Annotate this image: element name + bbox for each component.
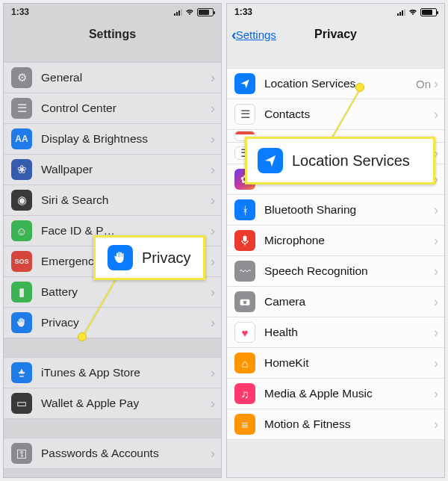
motion-icon: ≡	[234, 414, 255, 435]
row-health[interactable]: ♥Health›	[227, 317, 444, 348]
chevron-right-icon: ›	[434, 172, 444, 187]
svg-point-2	[243, 300, 247, 304]
row-location[interactable]: Location ServicesOn›	[227, 68, 444, 99]
privacy-list-1: Location ServicesOn›☰Contacts›	[227, 68, 444, 130]
settings-list-2: iTunes & App Store›▭Wallet & Apple Pay›	[4, 357, 221, 419]
row-contacts[interactable]: ☰Contacts›	[227, 99, 444, 130]
row-media[interactable]: ♫Media & Apple Music›	[227, 378, 444, 409]
row-label: Wallet & Apple Pay	[41, 397, 211, 410]
signal-icon	[397, 8, 405, 16]
row-general[interactable]: ⚙︎General›	[4, 62, 221, 93]
row-label: Health	[264, 326, 434, 339]
heart-icon: ♥	[234, 322, 255, 343]
row-control-center[interactable]: ☰Control Center›	[4, 93, 221, 124]
row-label: Privacy	[41, 316, 211, 329]
flower-icon: ❀	[11, 159, 32, 180]
highlight-dot	[355, 83, 364, 92]
row-display[interactable]: AADisplay & Brightness›	[4, 123, 221, 155]
chevron-right-icon: ›	[211, 193, 221, 208]
sos-icon: SOS	[11, 251, 32, 272]
row-label: Bluetooth Sharing	[264, 203, 434, 217]
chevron-right-icon: ›	[434, 146, 444, 161]
row-wallet[interactable]: ▭Wallet & Apple Pay›	[4, 388, 221, 419]
face-icon: ☺︎	[11, 220, 32, 241]
chevron-right-icon: ›	[434, 264, 444, 279]
status-bar: 1:33	[227, 4, 444, 20]
row-homekit[interactable]: ⌂HomeKit›	[227, 347, 444, 379]
hand-icon	[108, 245, 133, 270]
chevron-right-icon: ›	[211, 315, 221, 331]
row-label: Battery	[41, 285, 211, 299]
chevron-right-icon: ›	[434, 294, 444, 310]
chevron-right-icon: ›	[211, 446, 221, 462]
page-title: Privacy	[314, 28, 357, 41]
chevron-right-icon: ›	[211, 131, 221, 147]
row-label: General	[41, 71, 211, 84]
status-bar: 1:33	[4, 4, 221, 20]
chevron-right-icon: ›	[434, 107, 444, 122]
row-microphone[interactable]: Microphone›	[227, 225, 444, 256]
highlight-dot	[78, 332, 87, 341]
speech-icon: 〰	[234, 261, 255, 282]
mic-icon	[234, 230, 255, 251]
row-label: HomeKit	[264, 356, 434, 370]
chevron-right-icon: ›	[434, 202, 444, 218]
back-label: Settings	[236, 28, 276, 41]
battery-icon	[197, 8, 214, 16]
nav-header: Settings	[4, 20, 221, 49]
chevron-right-icon: ›	[211, 365, 221, 381]
chevron-right-icon: ›	[211, 101, 221, 117]
arrow-icon	[234, 73, 255, 94]
home-icon: ⌂	[234, 353, 255, 373]
row-label: Control Center	[41, 102, 211, 115]
row-battery[interactable]: ▮Battery›	[4, 276, 221, 308]
camera-icon	[234, 291, 255, 312]
wifi-icon	[185, 8, 194, 16]
row-privacy[interactable]: Privacy›	[4, 307, 221, 338]
privacy-list-2: ✿Photos›ᚼBluetooth Sharing›Microphone›〰S…	[227, 164, 444, 440]
page-title: Settings	[89, 28, 136, 41]
callout-label: Location Services	[292, 152, 410, 170]
row-label: Location Services	[264, 77, 416, 90]
contacts-icon: ☰	[234, 104, 255, 125]
row-label: Media & Apple Music	[264, 387, 434, 400]
row-itunes[interactable]: iTunes & App Store›	[4, 357, 221, 388]
siri-icon: ◉	[11, 190, 32, 211]
wifi-icon	[408, 8, 417, 16]
row-passwords[interactable]: ⚿Passwords & Accounts›	[4, 438, 221, 469]
row-label: Siri & Search	[41, 193, 211, 207]
hand-icon	[11, 312, 32, 333]
chevron-right-icon: ›	[211, 254, 221, 270]
settings-list-3: ⚿Passwords & Accounts›	[4, 438, 221, 469]
chevron-right-icon: ›	[211, 162, 221, 178]
back-button[interactable]: ‹ Settings	[231, 20, 276, 49]
privacy-screen: 1:33 ‹ Settings Privacy Location Service…	[226, 3, 445, 478]
row-wallpaper[interactable]: ❀Wallpaper›	[4, 154, 221, 185]
svg-rect-0	[243, 236, 247, 242]
battery-icon	[420, 8, 437, 16]
settings-screen: 1:33 Settings ⚙︎General›☰Control Center›…	[3, 3, 222, 478]
chevron-right-icon: ›	[434, 76, 444, 92]
appstore-icon	[11, 362, 32, 383]
nav-header: ‹ Settings Privacy	[227, 20, 444, 49]
wallet-icon: ▭	[11, 393, 32, 414]
row-siri[interactable]: ◉Siri & Search›	[4, 184, 221, 216]
row-value: On	[416, 78, 431, 90]
chevron-right-icon: ›	[434, 325, 444, 341]
row-speech[interactable]: 〰Speech Recognition›	[227, 255, 444, 287]
callout-label: Privacy	[142, 249, 191, 267]
bluetooth-icon: ᚼ	[234, 199, 255, 220]
row-label: Motion & Fitness	[264, 418, 434, 431]
row-label: Wallpaper	[41, 163, 211, 176]
chevron-right-icon: ›	[211, 396, 221, 412]
row-label: Microphone	[264, 234, 434, 247]
chevron-right-icon: ›	[211, 70, 221, 86]
row-motion[interactable]: ≡Motion & Fitness›	[227, 409, 444, 440]
location-callout: Location Services	[245, 137, 435, 184]
chevron-right-icon: ›	[434, 233, 444, 249]
chevron-right-icon: ›	[211, 223, 221, 239]
row-camera[interactable]: Camera›	[227, 286, 444, 317]
row-bluetooth[interactable]: ᚼBluetooth Sharing›	[227, 194, 444, 226]
row-label: Camera	[264, 295, 434, 308]
row-label: Speech Recognition	[264, 264, 434, 278]
